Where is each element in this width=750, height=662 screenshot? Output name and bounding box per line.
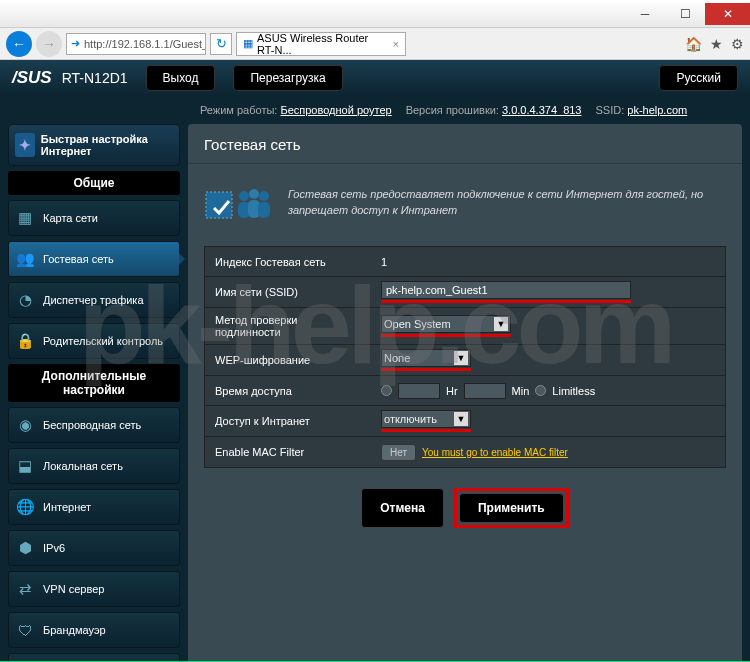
window-titlebar: ─ ☐ ✕ [0,0,750,28]
browser-tab[interactable]: ▦ ASUS Wireless Router RT-N... × [236,32,406,56]
mac-value: Нет [381,444,416,461]
guest-icon [204,178,274,226]
lan-icon: ⬓ [15,456,35,476]
intranet-label: Доступ к Интранет [205,409,373,433]
logout-button[interactable]: Выход [146,65,216,91]
back-button[interactable]: ← [6,31,32,57]
index-value: 1 [373,252,725,272]
ssid-input[interactable] [381,281,631,299]
wep-label: WEP-шифрование [205,348,373,372]
map-icon: ▦ [15,208,35,228]
users-icon: 👥 [15,249,35,269]
ipv6-icon: ⬢ [15,538,35,558]
sidebar-item-lan[interactable]: ⬓Локальная сеть [8,448,180,484]
wifi-icon: ◉ [15,415,35,435]
button-row: Отмена Применить [188,474,742,542]
status-line: Режим работы: Беспроводной роутер Версия… [0,96,750,124]
index-label: Индекс Гостевая сеть [205,250,373,274]
auth-label: Метод проверки подлинности [205,308,373,344]
reboot-button[interactable]: Перезагрузка [233,65,342,91]
sidebar-item-firewall[interactable]: 🛡Брандмауэр [8,612,180,648]
cancel-button[interactable]: Отмена [361,488,444,528]
favorites-icon[interactable]: ★ [710,36,723,52]
router-header: /SUS RT-N12D1 Выход Перезагрузка Русский [0,60,750,96]
router-page: /SUS RT-N12D1 Выход Перезагрузка Русский… [0,60,750,661]
settings-table: Индекс Гостевая сеть 1 Имя сети (SSID) М… [204,246,726,468]
sidebar-item-wireless[interactable]: ◉Беспроводная сеть [8,407,180,443]
main-panel: Гостевая сеть Гостевая сеть предоставляе… [188,124,742,661]
svg-point-1 [239,191,249,201]
meter-icon: ◔ [15,290,35,310]
asus-logo: /SUS [12,68,52,88]
tools-icon[interactable]: ⚙ [731,36,744,52]
sidebar-item-admin[interactable]: ⚙Администри-рование [8,653,180,661]
intro-text: Гостевая сеть предоставляет подключение … [288,186,726,219]
minutes-input[interactable] [464,383,506,399]
firmware-link[interactable]: 3.0.0.4.374_813 [502,104,582,116]
sidebar-advanced-header: Дополнительные настройки [8,364,180,402]
ssid-label: Имя сети (SSID) [205,280,373,304]
browser-toolbar: ← → ➜http://192.168.1.1/Guest_netw ↻ ▦ A… [0,28,750,60]
sidebar-item-parental[interactable]: 🔒Родительский контроль [8,323,180,359]
hours-input[interactable] [398,383,440,399]
svg-point-2 [249,189,259,199]
shield-icon: 🛡 [15,620,35,640]
mode-link[interactable]: Беспроводной роутер [280,104,391,116]
svg-rect-6 [258,202,270,218]
sidebar-item-network-map[interactable]: ▦Карта сети [8,200,180,236]
limitless-radio[interactable] [535,385,546,396]
globe-icon: 🌐 [15,497,35,517]
apply-button[interactable]: Применить [459,493,564,523]
wand-icon: ✦ [15,133,35,157]
mac-filter-link[interactable]: You must go to enable MAC filter [422,447,568,458]
tab-close-icon[interactable]: × [393,38,399,50]
mac-label: Enable MAC Filter [205,440,373,464]
sidebar-item-traffic[interactable]: ◔Диспетчер трафика [8,282,180,318]
chevron-down-icon: ▼ [494,317,508,331]
close-button[interactable]: ✕ [705,3,750,25]
sidebar-general-header: Общие [8,171,180,195]
auth-select[interactable]: Open System▼ [381,315,511,333]
language-button[interactable]: Русский [659,65,738,91]
sidebar-item-wan[interactable]: 🌐Интернет [8,489,180,525]
quick-setup-button[interactable]: ✦ Быстрая настройка Интернет [8,124,180,166]
refresh-button[interactable]: ↻ [210,33,232,55]
time-radio[interactable] [381,385,392,396]
url-input[interactable]: ➜http://192.168.1.1/Guest_netw [66,33,206,55]
sidebar-item-vpn[interactable]: ⇄VPN сервер [8,571,180,607]
home-icon[interactable]: 🏠 [685,36,702,52]
lock-icon: 🔒 [15,331,35,351]
model-label: RT-N12D1 [62,70,128,86]
maximize-button[interactable]: ☐ [665,3,705,25]
sidebar: ✦ Быстрая настройка Интернет Общие ▦Карт… [8,124,180,661]
page-title: Гостевая сеть [188,124,742,164]
minimize-button[interactable]: ─ [625,3,665,25]
intranet-select[interactable]: отключить▼ [381,410,471,428]
time-label: Время доступа [205,379,373,403]
svg-point-3 [259,191,269,201]
intro-block: Гостевая сеть предоставляет подключение … [188,164,742,240]
wep-select[interactable]: None▼ [381,349,471,367]
sidebar-item-ipv6[interactable]: ⬢IPv6 [8,530,180,566]
sidebar-item-guest-network[interactable]: 👥Гостевая сеть [8,241,180,277]
ssid-link[interactable]: pk-help.com [627,104,687,116]
chevron-down-icon: ▼ [454,351,468,365]
vpn-icon: ⇄ [15,579,35,599]
forward-button[interactable]: → [36,31,62,57]
chevron-down-icon: ▼ [454,412,468,426]
